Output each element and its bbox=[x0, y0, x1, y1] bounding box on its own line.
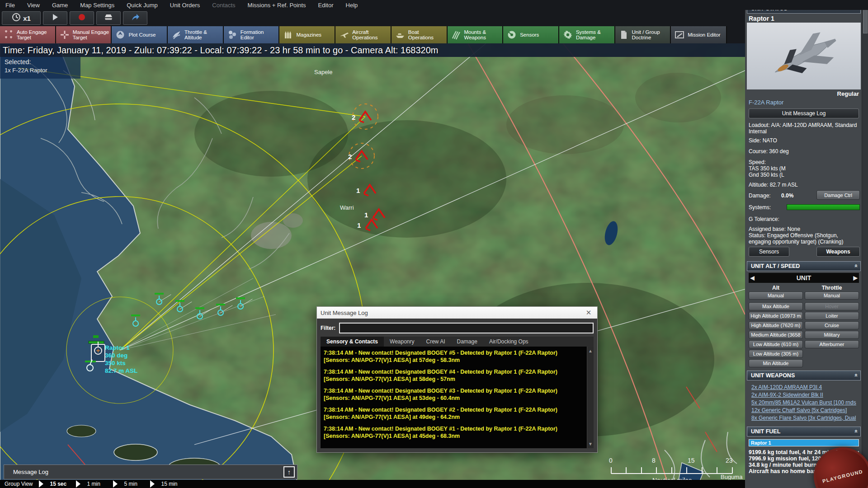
mounts-weapons-button[interactable]: Mounts & Weapons bbox=[448, 26, 504, 43]
message-log-bar[interactable]: Message Log ↑ bbox=[4, 465, 297, 479]
ribbon-label: Plot Course bbox=[128, 32, 156, 38]
weapon-link-flare[interactable]: 8x Generic Flare Salvo [3x Cartridges, D… bbox=[751, 415, 860, 421]
f22-photo-art bbox=[747, 23, 861, 89]
step-1min[interactable]: 1 min bbox=[87, 481, 107, 487]
manual-engage-icon bbox=[59, 29, 70, 40]
menu-help[interactable]: Help bbox=[346, 2, 358, 9]
contact-count: 1 bbox=[364, 211, 368, 219]
dialog-title-bar[interactable]: Unit Message Log ✕ bbox=[317, 307, 597, 319]
menu-quick-jump[interactable]: Quick Jump bbox=[127, 2, 158, 9]
auto-engage-target-button[interactable]: Auto Engage Target bbox=[0, 26, 56, 43]
weapon-link-chaff[interactable]: 12x Generic Chaff Salvo [5x Cartridges] bbox=[751, 407, 860, 413]
throttle-altitude-button[interactable]: Throttle & Altitude bbox=[168, 26, 224, 43]
close-icon[interactable]: ✕ bbox=[584, 309, 594, 317]
aircraft-icon bbox=[339, 29, 349, 40]
record-button[interactable] bbox=[70, 11, 94, 25]
run-button[interactable] bbox=[43, 11, 67, 25]
time-compression-button[interactable]: x1 bbox=[2, 11, 41, 25]
systems-damage-button[interactable]: Systems & Damage bbox=[559, 26, 615, 43]
unit-weapons-header[interactable]: UNIT WEAPONS » bbox=[747, 371, 861, 380]
step-15min[interactable]: 15 min bbox=[161, 481, 181, 487]
formation-editor-button[interactable]: Formation Editor bbox=[224, 26, 280, 43]
ribbon-label: Magazines bbox=[296, 32, 321, 38]
aircraft-operations-button[interactable]: Aircraft Operations bbox=[335, 26, 392, 43]
selected-label: Selected: bbox=[5, 58, 80, 66]
collapse-chevron-icon[interactable]: » bbox=[852, 430, 859, 432]
weapon-link-amraam[interactable]: 2x AIM-120D AMRAAM P3I.4 bbox=[751, 384, 860, 390]
throttle-military-button[interactable]: Military bbox=[805, 331, 859, 339]
assigned-base-text: Assigned base: None bbox=[749, 226, 859, 232]
alt-low-305-button[interactable]: Low Altitude (305 m) bbox=[749, 350, 803, 358]
alt-high-10973-button[interactable]: High Altitude (10973 m bbox=[749, 312, 803, 320]
scrollbar-thumb[interactable] bbox=[863, 8, 868, 33]
group-view-label[interactable]: Group View bbox=[5, 481, 33, 487]
throttle-hover-button: Hover bbox=[805, 302, 859, 310]
dialog-scrollbar[interactable]: ▲ ▼ bbox=[587, 347, 594, 448]
fuel-selected-row[interactable]: Raptor 1 bbox=[749, 439, 859, 446]
menu-map-settings[interactable]: Map Settings bbox=[80, 2, 114, 9]
sensors-panel-button[interactable]: Sensors bbox=[749, 247, 789, 257]
magazines-button[interactable]: Magazines bbox=[279, 26, 335, 43]
collapse-chevron-icon[interactable]: » bbox=[852, 265, 859, 267]
contact-count: 1 bbox=[356, 187, 360, 194]
menu-file[interactable]: File bbox=[5, 2, 15, 9]
plot-course-button[interactable]: Plot Course bbox=[112, 26, 168, 43]
expand-log-button[interactable]: ↑ bbox=[283, 466, 295, 478]
tab-damage[interactable]: Damage bbox=[451, 337, 483, 347]
scroll-down-icon[interactable]: ▼ bbox=[588, 441, 593, 448]
scope-prev-arrow[interactable]: ◀ bbox=[749, 275, 756, 281]
tab-sensory-contacts[interactable]: Sensory & Contacts bbox=[321, 337, 384, 347]
throttle-afterburner-button[interactable]: Afterburner bbox=[805, 340, 859, 348]
record-icon bbox=[78, 13, 86, 23]
selected-item[interactable]: 1x F-22A Raptor bbox=[5, 67, 80, 74]
weapon-link-sidewinder[interactable]: 2x AIM-9X-2 Sidewinder Blk II bbox=[751, 392, 860, 398]
sensors-button[interactable]: Sensors bbox=[503, 26, 559, 43]
tab-weaponry[interactable]: Weaponry bbox=[384, 337, 420, 347]
alt-min-button[interactable]: Min Altitude bbox=[749, 359, 803, 367]
jump-to-button[interactable] bbox=[123, 11, 147, 25]
unit-name: Raptor 1 bbox=[749, 15, 859, 22]
unit-label-speed: 350 kts bbox=[105, 360, 126, 366]
menu-editor[interactable]: Editor bbox=[318, 2, 334, 9]
alt-low-610-button[interactable]: Low Altitude (610 m) bbox=[749, 340, 803, 348]
damage-ctrl-button[interactable]: Damage Ctrl bbox=[816, 190, 860, 200]
tab-air-docking-ops[interactable]: Air/Docking Ops bbox=[483, 337, 534, 347]
scroll-up-icon[interactable]: ▲ bbox=[588, 347, 593, 355]
alt-max-button[interactable]: Max Altitude bbox=[749, 302, 803, 310]
unit-group-doctrine-button[interactable]: Unit / Group Doctrine bbox=[615, 26, 671, 43]
manual-engage-target-button[interactable]: Manual Engage Target bbox=[56, 26, 112, 43]
unit-message-log-button[interactable]: Unit Message Log bbox=[749, 108, 859, 118]
menu-game[interactable]: Game bbox=[52, 2, 68, 9]
tab-crew-ai[interactable]: Crew AI bbox=[420, 337, 451, 347]
contact-count: 1 bbox=[357, 221, 361, 229]
boat-operations-button[interactable]: Boat Operations bbox=[392, 26, 448, 43]
alt-manual-button[interactable]: Manual bbox=[749, 291, 803, 300]
throttle-loiter-button[interactable]: Loiter bbox=[805, 312, 859, 320]
unit-type-link[interactable]: F-22A Raptor bbox=[749, 99, 859, 106]
weapons-panel-button[interactable]: Weapons bbox=[816, 247, 860, 257]
mission-editor-button[interactable]: Mission Editor bbox=[671, 26, 727, 43]
step-15sec[interactable]: 15 sec bbox=[50, 481, 70, 487]
sidebar-scrollbar[interactable]: ▲ ▼ bbox=[862, 2, 868, 488]
gnd-speed-text: Gnd 350 kts (L bbox=[749, 172, 859, 178]
throttle-manual-button[interactable]: Manual bbox=[805, 291, 859, 300]
play-icon bbox=[51, 13, 59, 23]
log-message: 7:38:14 AM - New contact! Designated BOG… bbox=[324, 426, 584, 440]
alt-high-7620-button[interactable]: High Altitude (7620 m) bbox=[749, 321, 803, 329]
menu-unit-orders[interactable]: Unit Orders bbox=[170, 2, 200, 9]
ribbon-label: Boat Operations bbox=[408, 29, 445, 41]
weapon-link-vulcan[interactable]: 5x 20mm/85 M61A2 Vulcan Burst [100 rnds bbox=[751, 399, 860, 406]
throttle-cruise-button[interactable]: Cruise bbox=[805, 321, 859, 329]
unit-alt-speed-header[interactable]: UNIT ALT / SPEED » bbox=[747, 261, 861, 271]
map-layers-button[interactable] bbox=[96, 11, 121, 25]
menu-view[interactable]: View bbox=[27, 2, 40, 9]
message-log-content[interactable]: 7:38:14 AM - New contact! Designated BOG… bbox=[321, 347, 594, 448]
filter-input[interactable] bbox=[339, 323, 594, 333]
scope-next-arrow[interactable]: ▶ bbox=[852, 275, 859, 281]
step-5min[interactable]: 5 min bbox=[124, 481, 144, 487]
menu-missions-ref-points[interactable]: Missions + Ref. Points bbox=[248, 2, 306, 9]
unit-fuel-header[interactable]: UNIT FUEL » bbox=[747, 427, 861, 436]
doctrine-doc-icon bbox=[618, 29, 629, 40]
alt-medium-3658-button[interactable]: Medium Altitude (3658 bbox=[749, 331, 803, 339]
collapse-chevron-icon[interactable]: » bbox=[852, 374, 859, 376]
